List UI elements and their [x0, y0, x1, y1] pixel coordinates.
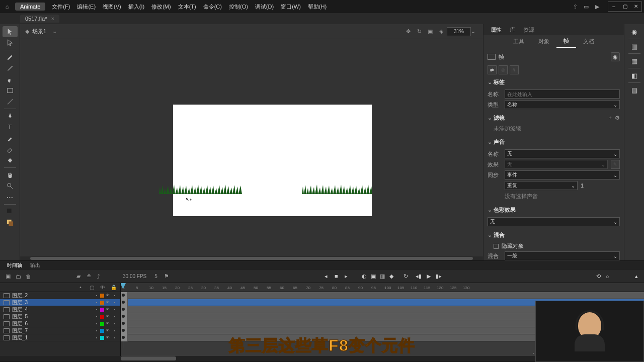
new-folder-icon[interactable]: 🗀 [13, 274, 23, 280]
menu-edit[interactable]: 编辑(E) [73, 3, 99, 11]
layer-lock-dot[interactable]: • [111, 300, 118, 305]
layer-depth-icon[interactable]: ≗ [84, 273, 94, 280]
layer-highlight-dot[interactable]: • [93, 314, 100, 319]
menu-view[interactable]: 视图(V) [99, 3, 125, 11]
layer-name[interactable]: 图层_3 [11, 299, 93, 306]
workspace-icon[interactable]: ▭ [581, 4, 592, 10]
frame-settings-icon[interactable]: ◉ [611, 52, 620, 61]
tab-properties[interactable]: 属性 [487, 26, 506, 34]
tween-btn-2[interactable]: ◎ [499, 65, 508, 74]
layer-highlight-dot[interactable]: • [93, 300, 100, 305]
layer-lock-dot[interactable]: • [111, 321, 118, 326]
hide-object-checkbox[interactable] [494, 244, 499, 249]
sound-name-select[interactable]: 无⌄ [505, 149, 620, 158]
scene-icon[interactable]: ◆ [25, 28, 29, 35]
coloreffect-select[interactable]: 无⌄ [488, 217, 620, 226]
step-back-icon[interactable]: ◂▮ [414, 273, 423, 280]
delete-layer-icon[interactable]: 🗑 [23, 274, 33, 280]
layer-visibility-dot[interactable]: 👁 [104, 328, 111, 333]
outline-col-icon[interactable]: ▢ [88, 285, 95, 290]
layer-visibility-dot[interactable]: 👁 [104, 314, 111, 319]
highlight-col-icon[interactable]: • [77, 285, 84, 290]
layer-highlight-dot[interactable]: • [93, 328, 100, 333]
keyframe-icon[interactable] [122, 301, 125, 304]
keyframe-icon[interactable] [122, 294, 125, 297]
document-tab[interactable]: 0517.fla* × [20, 15, 59, 23]
layer-name[interactable]: 图层_4 [11, 306, 93, 313]
dock-library-icon[interactable]: ▥ [627, 41, 642, 52]
zoom-stepper-icon[interactable]: ◈ [436, 28, 447, 35]
zoom-dropdown-icon[interactable]: ⌄ [471, 28, 478, 35]
frame-span[interactable] [121, 299, 128, 306]
layer-lock-dot[interactable]: • [111, 314, 118, 319]
dock-swatch-icon[interactable]: ▤ [627, 84, 642, 96]
section-blend-header[interactable]: ⌄混合 [488, 229, 620, 241]
timeline-zoom-slider-icon[interactable]: ○ [603, 274, 612, 280]
clip-stage-icon[interactable]: ▣ [425, 28, 436, 35]
layer-outline-color[interactable] [100, 301, 104, 305]
menu-modify[interactable]: 修改(M) [148, 3, 175, 11]
layer-lock-dot[interactable]: • [111, 307, 118, 312]
frame-marker-icon[interactable]: ⚑ [162, 273, 172, 280]
dock-cc-icon[interactable]: ◉ [627, 26, 642, 37]
section-sound-header[interactable]: ⌄声音 [488, 136, 620, 148]
layer-name[interactable]: 图层_5 [11, 313, 93, 320]
step-fwd-icon[interactable]: ▮▸ [434, 273, 443, 280]
layer-name[interactable]: 图层_6 [11, 320, 93, 327]
sound-repeat-select[interactable]: 重复⌄ [505, 181, 578, 190]
keyframe-icon[interactable] [122, 308, 125, 311]
layer-outline-color[interactable] [100, 294, 104, 298]
stroke-color-swatch[interactable] [3, 217, 18, 228]
layer-outline-color[interactable] [100, 315, 104, 319]
frame-span[interactable] [121, 334, 128, 341]
tab-close-icon[interactable]: × [51, 16, 54, 22]
layer-name[interactable]: 图层_2 [11, 292, 93, 299]
timeline-zoom-fit-icon[interactable]: ⟲ [594, 273, 603, 280]
close-icon[interactable]: ✕ [630, 2, 641, 11]
paint-bucket-tool[interactable] [3, 155, 18, 166]
menu-insert[interactable]: 插入(I) [125, 3, 148, 11]
subtab-tool[interactable]: 工具 [506, 36, 531, 47]
hand-tool[interactable] [3, 169, 18, 180]
layer-visibility-dot[interactable]: 👁 [104, 335, 111, 340]
layer-row[interactable]: 图层_1•👁• [0, 334, 120, 341]
keyframe-icon[interactable] [122, 329, 125, 332]
scene-dropdown-icon[interactable]: ⌄ [52, 28, 57, 35]
layer-outline-color[interactable] [100, 329, 104, 333]
label-type-select[interactable]: 名称⌄ [505, 100, 620, 109]
play-button[interactable]: ▶ [424, 273, 433, 280]
center-stage-icon[interactable]: ✥ [403, 28, 414, 35]
layer-highlight-dot[interactable]: • [93, 293, 100, 298]
menu-control[interactable]: 控制(O) [225, 3, 252, 11]
menu-help[interactable]: 帮助(H) [304, 3, 330, 11]
keyframe-icon[interactable] [122, 315, 125, 318]
layer-row[interactable]: 图层_3•👁• [0, 299, 120, 306]
play-icon[interactable]: ▶ [592, 4, 603, 10]
share-icon[interactable]: ⇪ [570, 4, 581, 10]
marker-icon[interactable]: ▥ [378, 273, 387, 280]
subselection-tool[interactable] [3, 37, 18, 48]
layer-lock-dot[interactable]: • [111, 293, 118, 298]
layer-highlight-dot[interactable]: • [93, 307, 100, 312]
subtab-frame[interactable]: 帧 [556, 35, 576, 48]
tab-library[interactable]: 库 [506, 26, 519, 34]
tab-assets[interactable]: 资源 [519, 26, 538, 34]
blend-mix-select[interactable]: 一般⌄ [505, 251, 620, 260]
frame-span[interactable] [121, 292, 128, 299]
rectangle-tool[interactable] [3, 85, 18, 96]
layer-visibility-dot[interactable]: 👁 [104, 307, 111, 312]
stage-area[interactable]: ↖₊ [20, 39, 483, 260]
keyframe-icon[interactable] [122, 336, 125, 339]
layer-row[interactable]: 图层_4•👁• [0, 306, 120, 313]
goto-end-icon[interactable]: ▸ [342, 273, 351, 280]
layer-outline-color[interactable] [100, 336, 104, 340]
subtab-object[interactable]: 对象 [531, 36, 556, 47]
layer-row[interactable]: 图层_7•👁• [0, 327, 120, 334]
subtab-document[interactable]: 文档 [576, 36, 601, 47]
line-tool[interactable] [3, 96, 18, 107]
timeline-ruler[interactable]: 1510152025303540455055606570758085909510… [121, 283, 644, 292]
rotate-stage-icon[interactable]: ↻ [414, 28, 425, 35]
track-row[interactable] [121, 292, 644, 299]
sound-effect-edit[interactable]: ✎ [611, 160, 620, 169]
text-tool[interactable]: T [3, 122, 18, 133]
